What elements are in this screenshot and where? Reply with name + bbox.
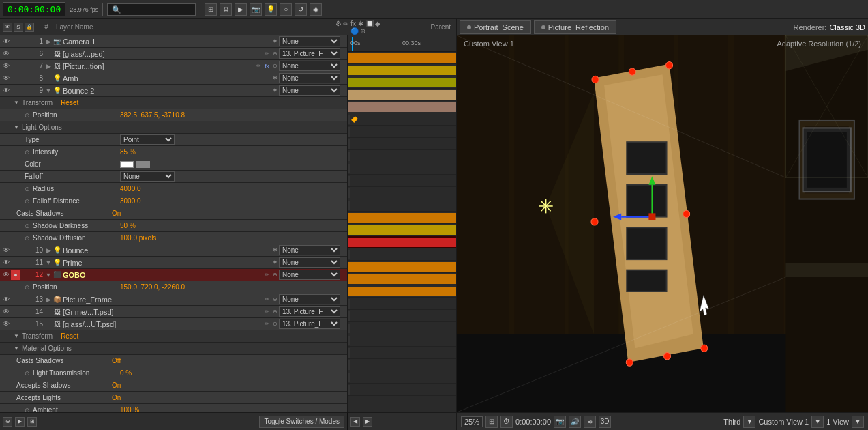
zoom-level[interactable]: 25%: [461, 416, 483, 427]
scroll-left-icon[interactable]: ◀: [350, 417, 360, 427]
layer-row[interactable]: 👁 7 ▶ 🖼 [Pictur...tion] ✏ fx ⊕ None: [0, 60, 347, 72]
sw-circle[interactable]: ⊕: [271, 62, 279, 70]
parent-select[interactable]: None: [279, 270, 340, 280]
custom-view-btn[interactable]: ▼: [811, 416, 824, 428]
vis-icon[interactable]: 👁: [1, 295, 11, 304]
type-select[interactable]: Point: [120, 134, 175, 145]
views-btn[interactable]: ▼: [852, 416, 864, 428]
parent-select[interactable]: None: [279, 257, 340, 268]
sw-pencil[interactable]: ✏: [263, 50, 271, 57]
vis-icon[interactable]: 👁: [1, 307, 11, 317]
light-btn[interactable]: 💡: [265, 3, 277, 16]
layer-row[interactable]: 👁 9 ▼ 💡 Bounce 2 ✱ None: [0, 85, 347, 97]
reset-btn[interactable]: Reset: [58, 99, 78, 106]
layer-row[interactable]: 👁 13 ▶ 📦 Picture_Frame ✏ ⊕ None: [0, 293, 347, 306]
radius-value[interactable]: 4000.0: [120, 185, 347, 192]
tab-picture-reflection[interactable]: Picture_Reflection: [534, 20, 616, 34]
casts-shadows-value[interactable]: On: [112, 210, 347, 217]
intensity-value[interactable]: 85 %: [120, 148, 347, 156]
sw-fx[interactable]: fx: [263, 62, 271, 70]
parent-select[interactable]: 13. Picture_F: [279, 306, 340, 317]
sw-pencil[interactable]: ✏: [263, 320, 271, 328]
falloff-distance-value[interactable]: 3000.0: [120, 197, 347, 205]
vis-icon[interactable]: 👁: [1, 74, 11, 83]
position-value[interactable]: 382.5, 637.5, -3710.8: [120, 111, 347, 119]
status-icon-1[interactable]: ⊕: [3, 417, 12, 427]
search-input[interactable]: [107, 3, 196, 16]
camera-btn[interactable]: 📷: [250, 3, 262, 16]
parent-select[interactable]: None: [279, 245, 340, 255]
mat-casts-shadows-value[interactable]: Off: [112, 357, 347, 364]
sw-1[interactable]: ✱: [271, 74, 279, 82]
settings-btn[interactable]: ⚙: [220, 3, 232, 16]
toggle-switches-btn[interactable]: Toggle Switches / Modes: [259, 416, 344, 428]
expand-icon[interactable]: ▶: [45, 63, 52, 70]
parent-select[interactable]: None: [279, 294, 340, 304]
expand-icon[interactable]: ▼: [45, 272, 52, 278]
color-swatch[interactable]: [120, 161, 134, 168]
sw-circle[interactable]: ⊕: [271, 271, 279, 278]
layer-row[interactable]: 👁 6 🖼 [glass/...psd] ✏ ⊕ 13. Picture_F: [0, 48, 347, 60]
zoom-fit-btn[interactable]: ⊞: [485, 416, 498, 428]
layer-row[interactable]: 👁 1 ▶ 📷 Camera 1 ✱ None: [0, 35, 347, 48]
vis-icon[interactable]: 👁: [1, 246, 11, 255]
viewport[interactable]: Custom View 1 Adaptive Resolution (1/2): [457, 35, 868, 412]
type-input[interactable]: Point: [120, 134, 175, 145]
color-input[interactable]: [120, 161, 150, 168]
sw-circle[interactable]: ⊕: [271, 320, 279, 328]
reset-btn-2[interactable]: Reset: [58, 332, 78, 340]
expand-icon[interactable]: ▶: [45, 247, 52, 254]
scroll-right-icon[interactable]: ▶: [363, 417, 372, 427]
layer-row-gobo[interactable]: 👁 ● 12 ▼ ⬛ GOBO ✏ ⊕ None: [0, 269, 347, 281]
sw-1[interactable]: ✱: [271, 38, 279, 45]
status-icon-2[interactable]: ▶: [15, 417, 25, 427]
parent-select[interactable]: None: [279, 61, 340, 71]
view-options-btn[interactable]: ▼: [743, 416, 755, 428]
sw-circle[interactable]: ⊕: [271, 296, 279, 303]
timeline-btn[interactable]: ⏱: [500, 416, 513, 428]
parent-select[interactable]: None: [279, 73, 340, 83]
accepts-lights-value[interactable]: On: [112, 394, 347, 401]
light-transmission-value[interactable]: 0 %: [120, 369, 347, 377]
expand-icon[interactable]: ▼: [45, 87, 52, 94]
parent-select[interactable]: None: [279, 36, 340, 46]
gobo-position-value[interactable]: 150.0, 720.0, -2260.0: [120, 283, 347, 291]
sw-1[interactable]: ✱: [271, 87, 279, 94]
refresh-btn[interactable]: ↺: [295, 3, 307, 16]
transform-group-header-2[interactable]: ▼ Transform Reset: [0, 330, 347, 343]
vis-icon[interactable]: 👁: [1, 270, 11, 280]
lock-icon[interactable]: [11, 37, 20, 46]
layer-row[interactable]: 👁 15 🖼 [glass/...UT.psd] ✏ ⊕ 13. Picture…: [0, 318, 347, 330]
render-preview-btn[interactable]: 📷: [554, 416, 566, 428]
circle-btn[interactable]: ○: [280, 3, 292, 16]
layer-row[interactable]: 👁 10 ▶ 💡 Bounce ✱ None: [0, 244, 347, 257]
vis-icon[interactable]: 👁: [1, 49, 11, 59]
sw-circle[interactable]: ⊕: [271, 308, 279, 315]
solo-icon[interactable]: S: [14, 23, 23, 32]
expand-icon[interactable]: ▶: [45, 296, 52, 303]
vis-icon[interactable]: 👁: [1, 61, 11, 71]
3d-btn[interactable]: 3D: [599, 416, 611, 428]
sw-pencil[interactable]: ✏: [255, 62, 263, 70]
new-comp-btn[interactable]: ⊞: [205, 3, 217, 16]
sw-1[interactable]: ✱: [271, 246, 279, 254]
color-swatch-dark[interactable]: [136, 161, 150, 168]
parent-select[interactable]: None: [279, 85, 340, 96]
motion-blur-btn[interactable]: ≋: [584, 416, 596, 428]
sw-pencil[interactable]: ✏: [263, 296, 271, 303]
accepts-shadows-value[interactable]: On: [112, 382, 347, 389]
vis-icon[interactable]: 👁: [1, 86, 11, 96]
expand-icon[interactable]: ▶: [45, 38, 52, 45]
material-options-header[interactable]: ▼ Material Options: [0, 343, 347, 355]
render-btn[interactable]: ▶: [235, 3, 247, 16]
audio-btn[interactable]: 🔊: [569, 416, 581, 428]
falloff-select[interactable]: None: [120, 171, 175, 182]
sw-pencil[interactable]: ✏: [263, 271, 271, 278]
sw-1[interactable]: ✱: [271, 259, 279, 266]
lock-icon[interactable]: 🔒: [25, 23, 34, 32]
parent-select[interactable]: 13. Picture_F: [279, 319, 340, 329]
shadow-diffusion-value[interactable]: 100.0 pixels: [120, 234, 347, 242]
layer-row[interactable]: 👁 8 💡 Amb ✱ None: [0, 72, 347, 85]
parent-select[interactable]: 13. Picture_F: [279, 48, 340, 59]
vis-icon[interactable]: 👁: [1, 258, 11, 268]
